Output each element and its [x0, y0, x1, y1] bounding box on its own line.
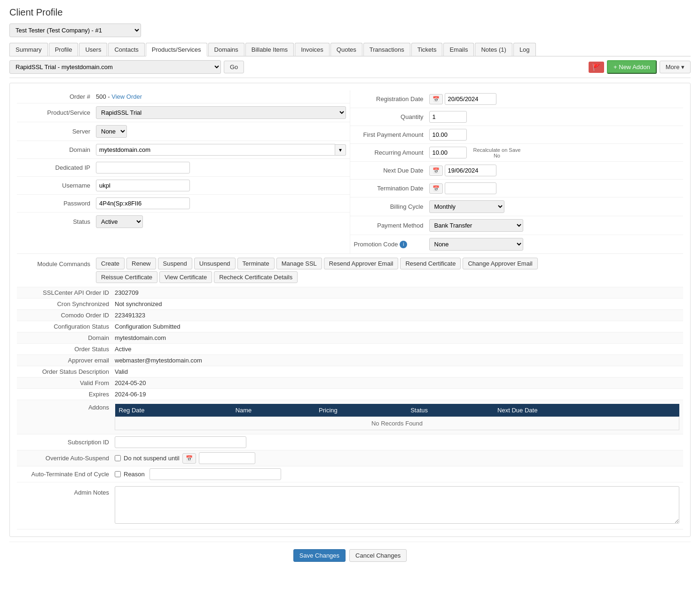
addons-label: Addons: [21, 404, 115, 411]
configuration-status-label: Configuration Status: [21, 323, 115, 330]
payment-method-label: Payment Method: [354, 222, 429, 229]
promotion-info-icon[interactable]: i: [400, 241, 407, 248]
override-autosuspend-row: Override Auto-Suspend Do not suspend unt…: [17, 450, 683, 466]
service-selector[interactable]: RapidSSL Trial - mytestdomain.com: [9, 60, 221, 74]
tab-tickets[interactable]: Tickets: [411, 43, 443, 56]
order-status-value: Active: [115, 346, 679, 353]
password-value: [96, 197, 346, 209]
status-select[interactable]: Active Suspended Terminated Pending: [96, 215, 143, 228]
view-order-link[interactable]: View Order: [111, 93, 142, 100]
product-service-select[interactable]: RapidSSL Trial: [96, 106, 346, 119]
quantity-row: Quantity: [350, 108, 684, 126]
next-due-date-icon[interactable]: 📅: [429, 165, 443, 176]
server-value: None: [96, 125, 346, 138]
auto-terminate-reason-input[interactable]: [149, 468, 281, 480]
registration-date-value: 📅: [429, 93, 680, 105]
create-button[interactable]: Create: [96, 258, 125, 269]
domain-input[interactable]: [96, 144, 335, 156]
page-title: Client Profile: [9, 7, 691, 18]
addons-table: Reg Date Name Pricing Status Next Due Da…: [115, 404, 679, 430]
module-commands-section: Module Commands Create Renew Suspend Uns…: [17, 254, 683, 287]
subscription-id-input[interactable]: [115, 436, 246, 448]
save-changes-button[interactable]: Save Changes: [293, 549, 346, 562]
override-autosuspend-checkbox[interactable]: [115, 455, 121, 461]
first-payment-row: First Payment Amount: [350, 126, 684, 144]
first-payment-input[interactable]: [429, 129, 467, 141]
approver-email-label: Approver email: [21, 357, 115, 364]
termination-date-input[interactable]: [445, 182, 496, 194]
recurring-amount-label: Recurring Amount: [354, 149, 429, 156]
server-select[interactable]: None: [96, 125, 127, 138]
form-actions: Save Changes Cancel Changes: [9, 542, 691, 569]
terminate-button[interactable]: Terminate: [237, 258, 275, 269]
tab-summary[interactable]: Summary: [9, 43, 48, 56]
tab-emails[interactable]: Emails: [443, 43, 474, 56]
payment-method-select[interactable]: Bank Transfer Credit Card PayPal: [429, 219, 523, 232]
tab-invoices[interactable]: Invoices: [295, 43, 330, 56]
client-selector[interactable]: Test Tester (Test Company) - #1: [9, 24, 141, 37]
resend-approver-email-button[interactable]: Resend Approver Email: [324, 258, 399, 269]
change-approver-email-button[interactable]: Change Approver Email: [463, 258, 537, 269]
tab-notes[interactable]: Notes (1): [475, 43, 512, 56]
configuration-status-value: Configuration Submitted: [115, 323, 679, 330]
override-autosuspend-date-icon[interactable]: 📅: [182, 453, 196, 464]
next-due-date-input[interactable]: [445, 165, 496, 176]
new-addon-button[interactable]: + New Addon: [607, 60, 657, 74]
addons-col-status: Status: [407, 404, 494, 417]
unsuspend-button[interactable]: Unsuspend: [194, 258, 236, 269]
order-status-description-value: Valid: [115, 368, 679, 375]
override-autosuspend-label: Override Auto-Suspend: [21, 455, 115, 462]
admin-notes-section: Admin Notes: [17, 482, 683, 529]
tab-transactions[interactable]: Transactions: [363, 43, 410, 56]
more-button[interactable]: More ▾: [660, 61, 691, 73]
server-label: Server: [21, 128, 96, 135]
domain-label: Domain: [21, 146, 96, 153]
renew-button[interactable]: Renew: [126, 258, 156, 269]
recurring-amount-input[interactable]: [429, 147, 467, 158]
addons-no-records-row: No Records Found: [115, 417, 679, 430]
username-input[interactable]: [96, 180, 190, 191]
tab-quotes[interactable]: Quotes: [330, 43, 362, 56]
tab-log[interactable]: Log: [513, 43, 536, 56]
billing-cycle-select[interactable]: Monthly Annually Quarterly Semi-Annually: [429, 200, 504, 213]
tab-contacts[interactable]: Contacts: [108, 43, 144, 56]
cancel-changes-button[interactable]: Cancel Changes: [349, 549, 407, 562]
suspend-button[interactable]: Suspend: [158, 258, 192, 269]
go-button[interactable]: Go: [224, 61, 244, 73]
expires-row: Expires 2024-06-19: [17, 389, 683, 400]
tab-users[interactable]: Users: [79, 43, 107, 56]
admin-notes-value: [115, 486, 679, 525]
subscription-id-value: [115, 436, 679, 448]
promotion-code-select[interactable]: None: [429, 238, 523, 251]
subscription-id-row: Subscription ID: [17, 434, 683, 450]
quantity-input[interactable]: [429, 111, 467, 123]
domain-dropdown-btn[interactable]: ▾: [335, 144, 346, 156]
next-due-date-label: Next Due Date: [354, 167, 429, 174]
reissue-certificate-button[interactable]: Reissue Certificate: [96, 271, 157, 283]
next-due-date-row: Next Due Date 📅: [350, 162, 684, 180]
tab-products-services[interactable]: Products/Services: [146, 43, 207, 56]
auto-terminate-checkbox[interactable]: [115, 471, 121, 477]
view-certificate-button[interactable]: View Certificate: [159, 271, 212, 283]
tab-billable-items[interactable]: Billable Items: [245, 43, 294, 56]
termination-date-icon[interactable]: 📅: [429, 183, 443, 194]
tab-domains[interactable]: Domains: [208, 43, 244, 56]
resend-certificate-button[interactable]: Resend Certificate: [400, 258, 461, 269]
admin-notes-textarea[interactable]: [115, 486, 679, 524]
override-autosuspend-date-input[interactable]: [199, 452, 255, 464]
addons-no-records: No Records Found: [115, 417, 679, 430]
dedicated-ip-input[interactable]: [96, 162, 190, 173]
manage-ssl-button[interactable]: Manage SSL: [276, 258, 322, 269]
comodo-order-id-row: Comodo Order ID 223491323: [17, 310, 683, 321]
registration-date-icon[interactable]: 📅: [429, 94, 443, 104]
status-value: Active Suspended Terminated Pending: [96, 215, 346, 228]
recheck-certificate-details-button[interactable]: Recheck Certificate Details: [214, 271, 298, 283]
username-row: Username: [17, 177, 350, 195]
tab-profile[interactable]: Profile: [49, 43, 79, 56]
flag-button[interactable]: 🚩: [589, 62, 604, 73]
password-input[interactable]: [96, 197, 190, 209]
addons-col-action2: [670, 404, 679, 417]
username-value: [96, 180, 346, 191]
registration-date-input[interactable]: [445, 93, 496, 105]
order-status-description-row: Order Status Description Valid: [17, 366, 683, 378]
